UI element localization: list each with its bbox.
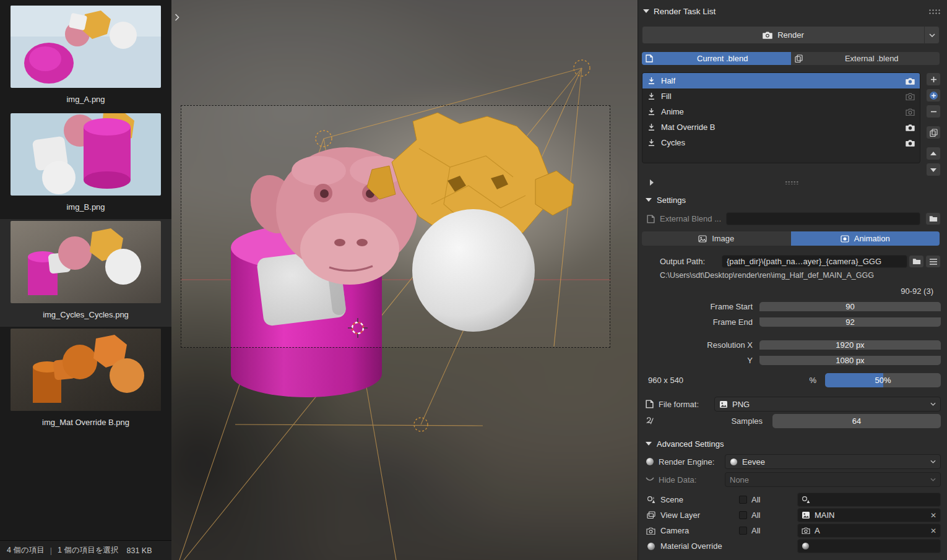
tab-external-blend[interactable]: External .blend (791, 52, 940, 65)
samples-field[interactable]: 64 (772, 414, 941, 428)
camera-all-checkbox[interactable] (739, 527, 747, 535)
output-path-input[interactable]: {path_dir}\{path_na…ayer}_{camera}_GGG (722, 255, 907, 268)
data-selection-rows: Scene All View Layer All (641, 492, 941, 554)
view-layer-value: MAIN (815, 510, 835, 520)
resolution-y-label: Y (641, 356, 759, 365)
hide-data-dropdown[interactable]: None (725, 472, 941, 487)
file-format-dropdown[interactable]: PNG (714, 397, 941, 411)
task-item-cycles[interactable]: Cycles (642, 135, 920, 150)
camera-select-dropdown[interactable]: A ✕ (797, 523, 941, 538)
task-list-section: Half Fill (642, 72, 941, 176)
file-label: img_B.png (0, 202, 171, 212)
frame-end-field[interactable]: 92 (759, 317, 941, 327)
task-item-fill[interactable]: Fill (642, 88, 920, 104)
view-layer-select-dropdown[interactable]: MAIN ✕ (797, 508, 941, 522)
scene-icon (646, 495, 656, 504)
task-list: Half Fill (642, 72, 920, 163)
resolution-y-value: 1080 px (836, 356, 864, 365)
output-path-row: Output Path: {path_dir}\{path_na…ayer}_{… (641, 255, 941, 268)
file-item-img-cycles[interactable]: img_Cycles_Cycles.png (0, 219, 171, 327)
task-item-mat-override-b[interactable]: Mat Override B (642, 119, 920, 135)
samples-label: Samples (731, 416, 769, 426)
file-item-img-a[interactable]: img_A.png (0, 4, 171, 111)
output-path-browse-button[interactable] (909, 255, 924, 268)
camera-small-icon (802, 527, 810, 534)
task-camera-toggle-icon[interactable] (906, 124, 915, 131)
add-task-from-settings-button[interactable] (926, 88, 941, 102)
view-layer-label: View Layer (660, 510, 735, 520)
remove-task-button[interactable] (926, 105, 941, 118)
frame-end-value: 92 (845, 317, 854, 327)
settings-section-header[interactable]: Settings (641, 192, 941, 207)
scene-all-checkbox[interactable] (739, 496, 747, 504)
camera-clear-x-icon[interactable]: ✕ (930, 527, 936, 535)
mode-animation-label: Animation (854, 234, 890, 243)
percent-sign-label: % (809, 376, 825, 385)
camera-label: Camera (660, 526, 735, 535)
move-task-up-button[interactable] (926, 147, 941, 160)
hide-data-row: Hide Data: None (641, 472, 941, 487)
file-format-label: File format: (659, 400, 711, 409)
task-camera-toggle-icon[interactable] (906, 139, 915, 147)
render-engine-value: Eevee (742, 457, 765, 467)
frame-start-field[interactable]: 90 (759, 302, 941, 311)
file-image-icon (719, 400, 728, 408)
advanced-header-label: Advanced Settings (657, 439, 724, 449)
resolution-percent-value: 50% (825, 373, 941, 387)
blend-source-tabs: Current .blend External .blend (642, 52, 940, 65)
output-path-menu-button[interactable] (925, 255, 941, 268)
task-camera-toggle-icon[interactable] (906, 108, 915, 116)
task-item-half[interactable]: Half (642, 73, 920, 88)
task-type-icon (647, 108, 655, 116)
blend-file-icon (646, 54, 653, 62)
hide-data-value: None (730, 475, 749, 485)
task-type-icon (647, 123, 655, 131)
panel-content: Render Current .blend E (638, 22, 947, 560)
render-button[interactable]: Render (642, 27, 924, 43)
resolution-y-field[interactable]: 1080 px (759, 356, 941, 365)
mode-animation-button[interactable]: Animation (791, 231, 940, 246)
frame-range-summary: 90-92 (3) (641, 286, 941, 296)
task-item-anime[interactable]: Anime (642, 104, 920, 119)
duplicate-task-button[interactable] (926, 126, 941, 139)
viewport-3d (171, 0, 638, 560)
thumbnail-img-a[interactable] (11, 6, 161, 88)
resolution-percent-slider[interactable]: 50% (825, 373, 941, 387)
task-camera-toggle-icon[interactable] (906, 77, 915, 85)
external-blend-path-input[interactable] (726, 212, 920, 225)
sidebar-collapse-chevron[interactable] (172, 11, 182, 24)
task-camera-toggle-icon[interactable] (906, 93, 915, 100)
mode-image-button[interactable]: Image (642, 231, 791, 246)
file-item-img-mat-override[interactable]: img_Mat Override B.png (0, 327, 171, 434)
resolution-group: Resolution X 1920 px Y 1080 px (641, 337, 941, 368)
add-task-button[interactable] (926, 72, 941, 86)
panel-collapse-caret-icon[interactable] (643, 9, 649, 14)
thumbnail-img-b[interactable] (11, 113, 161, 196)
thumbnail-img-mat-override[interactable] (11, 329, 161, 411)
render-options-chevron[interactable] (924, 27, 939, 43)
move-task-down-button[interactable] (926, 163, 941, 176)
scene-all-label: All (751, 495, 766, 504)
expand-list-caret-icon[interactable] (649, 179, 654, 186)
scene-select-dropdown[interactable] (797, 493, 941, 507)
render-engine-dropdown[interactable]: Eevee (725, 454, 941, 469)
tab-current-blend[interactable]: Current .blend (642, 52, 791, 65)
scene-data-icon (802, 496, 810, 504)
frame-range-group: Frame Start 90 Frame End 92 (641, 299, 941, 329)
resolution-x-field[interactable]: 1920 px (759, 340, 941, 350)
material-override-select-dropdown[interactable] (797, 539, 941, 553)
tab-current-blend-label: Current .blend (658, 54, 787, 63)
file-item-img-b[interactable]: img_B.png (0, 111, 171, 219)
view-layer-clear-x-icon[interactable]: ✕ (930, 511, 936, 520)
file-format-row: File format: PNG (641, 397, 941, 411)
scene-row: Scene All (641, 492, 941, 507)
list-resize-grip-icon[interactable] (785, 181, 798, 184)
thumbnail-img-cycles[interactable] (11, 221, 161, 303)
hide-data-eye-icon (644, 475, 655, 485)
advanced-settings-header[interactable]: Advanced Settings (641, 436, 941, 451)
task-name: Cycles (661, 138, 900, 147)
panel-drag-grip-icon[interactable] (928, 9, 941, 14)
view-layer-all-checkbox[interactable] (739, 511, 747, 519)
image-stack-icon (802, 511, 810, 519)
external-blend-browse-button[interactable] (925, 212, 941, 225)
